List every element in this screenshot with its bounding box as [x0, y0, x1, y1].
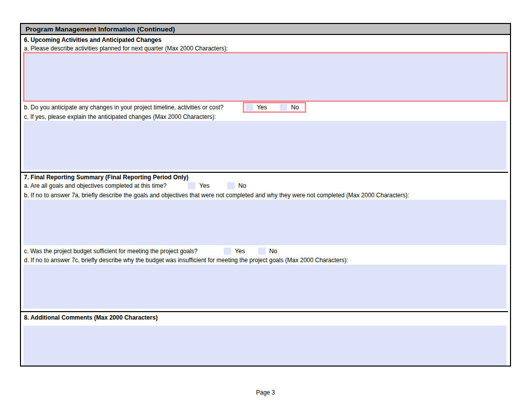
page-number: Page 3 [20, 389, 511, 396]
q7a-no-label: No [238, 182, 246, 189]
section7-title: 7. Final Reporting Summary (Final Report… [24, 174, 188, 181]
q7c-no-label: No [269, 248, 277, 255]
q6c-anticipated-changes-textarea[interactable] [23, 121, 507, 170]
section6-title: 6. Upcoming Activities and Anticipated C… [24, 36, 161, 43]
q6a-label: a. Please describe activities planned fo… [24, 45, 228, 52]
q6a-activities-next-quarter-textarea[interactable] [23, 52, 508, 102]
section-divider [21, 311, 508, 312]
section-header: Program Management Information (Continue… [21, 24, 510, 35]
q7a-no-checkbox[interactable] [227, 182, 235, 189]
q7b-goals-not-completed-textarea[interactable] [23, 200, 507, 245]
q7a-yes-checkbox[interactable] [188, 182, 195, 189]
q6b-yes-label: Yes [257, 104, 267, 111]
q6b-no-label: No [291, 104, 299, 111]
section-header-title: Program Management Information (Continue… [25, 25, 175, 33]
q7d-label: d. If no to answer 7c, briefly describe … [24, 257, 348, 264]
q6b-no-checkbox[interactable] [280, 104, 287, 111]
q7c-no-checkbox[interactable] [258, 248, 266, 255]
q7c-yes-checkbox[interactable] [224, 248, 231, 255]
section8-title: 8. Additional Comments (Max 2000 Charact… [24, 314, 158, 321]
q7b-label: b. If no to answer 7a, briefly describe … [24, 192, 409, 199]
q6b-yesno-group: Yes No [243, 102, 306, 113]
q6c-label: c. If yes, please explain the anticipate… [24, 113, 216, 120]
q7c-yes-label: Yes [235, 248, 245, 255]
q7d-budget-insufficient-textarea[interactable] [23, 265, 507, 309]
form-page: Program Management Information (Continue… [20, 23, 511, 367]
q6b-yes-checkbox[interactable] [246, 104, 253, 111]
q8-additional-comments-textarea[interactable] [23, 326, 507, 366]
q7c-label: c. Was the project budget sufficient for… [24, 248, 198, 255]
q7a-yes-label: Yes [199, 182, 209, 189]
q6b-label: b. Do you anticipate any changes in your… [24, 104, 224, 111]
q7a-label: a. Are all goals and objectives complete… [24, 182, 167, 189]
section-divider [21, 172, 508, 173]
